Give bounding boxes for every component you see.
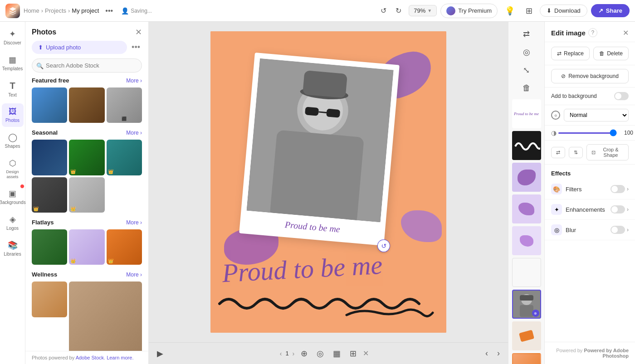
remove-background-button[interactable]: ⊘ Remove background — [551, 69, 629, 83]
effects-header: Effects — [545, 165, 635, 179]
enhancements-toggle[interactable] — [611, 205, 625, 214]
design-canvas[interactable]: Proud to be me ↺ Proud to be me — [210, 31, 446, 333]
photo-thumb[interactable]: 👑 — [107, 140, 142, 175]
share-button[interactable]: ↗ Share — [591, 4, 630, 17]
layer-thumb-white[interactable] — [512, 258, 541, 287]
filters-icon: 🎨 — [551, 184, 562, 194]
breadcrumb-projects[interactable]: Projects — [45, 7, 66, 14]
search-box: 🔍 — [32, 58, 142, 73]
resize-button[interactable]: ⤡ — [519, 62, 533, 79]
blur-toggle[interactable] — [611, 226, 625, 234]
photo-thumb[interactable] — [32, 281, 67, 317]
sidebar-item-text[interactable]: T Text — [2, 77, 24, 102]
grid-icon-button[interactable]: ⊞ — [522, 3, 536, 19]
add-to-bg-toggle[interactable] — [614, 92, 629, 100]
photo-thumb[interactable] — [32, 87, 67, 123]
opacity-slider[interactable] — [558, 132, 617, 134]
layer-thumb-purple3[interactable] — [512, 226, 541, 255]
filters-toggle[interactable] — [611, 185, 625, 193]
layer-thumb-bg[interactable] — [512, 353, 541, 364]
layout-button[interactable]: ▦ — [330, 346, 343, 361]
section-more-seasonal[interactable]: More › — [126, 130, 142, 136]
undo-button[interactable]: ↺ — [377, 4, 390, 18]
sidebar-item-photos[interactable]: 🖼 Photos — [2, 103, 24, 127]
photo-thumb[interactable]: 👑 — [69, 177, 104, 213]
prev-layer-button[interactable]: ‹ — [483, 346, 491, 361]
search-input[interactable] — [32, 58, 142, 73]
crop-shape-button[interactable]: ⊡ Crop & Shape — [586, 144, 629, 160]
breadcrumb-current[interactable]: My project — [72, 7, 99, 14]
panel-options-button[interactable]: ••• — [130, 41, 142, 54]
photo-thumb[interactable]: 👑 — [69, 140, 104, 175]
upload-photo-button[interactable]: ⬆ Upload photo — [32, 41, 127, 54]
redo-button[interactable]: ↻ — [392, 4, 405, 18]
blend-mode-select[interactable]: Normal Multiply Screen Overlay — [564, 109, 629, 121]
photo-thumb[interactable]: 👑 — [107, 229, 142, 265]
svg-rect-13 — [520, 295, 533, 301]
delete-button[interactable]: 🗑 Delete — [593, 47, 629, 60]
app-logo[interactable] — [5, 4, 20, 18]
bottom-bar-left: ▶ — [154, 346, 166, 361]
flip-vertical-btn[interactable]: ⇅ — [569, 147, 583, 158]
sidebar-item-logos[interactable]: ◈ Logos — [2, 211, 24, 235]
zoom-value: 79% — [414, 7, 425, 14]
photo-thumb[interactable]: 👑 — [69, 229, 104, 265]
photo-thumb[interactable] — [32, 229, 67, 265]
sidebar-item-backgrounds[interactable]: ▣ Backgrounds — [2, 185, 24, 209]
sidebar-item-discover[interactable]: ✦ Discover — [2, 25, 24, 49]
photo-thumb[interactable]: ⬛ — [107, 87, 142, 123]
panel-close-button[interactable]: ✕ — [135, 27, 142, 37]
download-button[interactable]: ⬇ Download — [540, 5, 587, 17]
panel-actions: ⬆ Upload photo ••• — [25, 41, 148, 58]
photo-thumb[interactable] — [69, 87, 104, 123]
breadcrumb-more-button[interactable]: ••• — [103, 5, 116, 17]
layer-thumb-person[interactable]: ⊕ — [512, 290, 541, 319]
layer-thumb-orange[interactable] — [512, 321, 541, 350]
canvas-content[interactable]: Proud to be me ↺ Proud to be me — [149, 22, 508, 342]
add-to-bg-label: Add to background — [551, 93, 597, 99]
add-page-button[interactable]: ⊕ — [298, 346, 310, 361]
panel-close-bottom[interactable]: ✕ — [363, 349, 369, 358]
try-premium-button[interactable]: Try Premium — [440, 4, 498, 18]
sidebar-item-design-assets[interactable]: ⬡ Design assets — [2, 155, 24, 183]
section-more-wellness[interactable]: More › — [126, 272, 142, 278]
polaroid-element[interactable]: Proud to be me ↺ — [239, 53, 400, 246]
lightbulb-icon-button[interactable]: 💡 — [501, 3, 518, 19]
layer-thumb-purple1[interactable] — [512, 163, 541, 192]
photo-thumb[interactable] — [32, 140, 67, 175]
play-button[interactable]: ▶ — [154, 346, 166, 361]
layer-thumb-purple2[interactable] — [512, 194, 541, 223]
svg-rect-2 — [269, 130, 364, 222]
edit-panel-close-button[interactable]: ✕ — [623, 29, 629, 37]
page-next-button[interactable]: › — [293, 350, 295, 357]
scribble-overlay — [210, 290, 446, 324]
section-more-flatlays[interactable]: More › — [126, 219, 142, 226]
grid-view-button[interactable]: ⊞ — [347, 346, 359, 361]
section-more-featured[interactable]: More › — [126, 78, 142, 84]
photo-thumb[interactable] — [69, 281, 142, 351]
layer-thumb-text[interactable]: Proud to be me — [512, 99, 541, 128]
focus-button[interactable]: ◎ — [519, 44, 534, 61]
next-layer-button[interactable]: › — [494, 346, 503, 361]
blend-icon: ○ — [551, 111, 560, 120]
blur-expand-icon[interactable]: › — [627, 227, 629, 233]
filters-expand-icon[interactable]: › — [627, 186, 629, 192]
adobe-stock-link[interactable]: Adobe Stock — [76, 355, 104, 360]
page-prev-button[interactable]: ‹ — [280, 350, 282, 357]
delete-layer-button[interactable]: 🗑 — [519, 80, 534, 97]
animation-button[interactable]: ◎ — [314, 346, 327, 361]
replace-button[interactable]: ⇄ Replace — [551, 47, 590, 60]
photo-thumb[interactable]: 👑 — [32, 177, 67, 213]
layer-thumb-scribble[interactable] — [512, 131, 541, 160]
discover-icon: ✦ — [9, 29, 16, 39]
sidebar-item-templates[interactable]: ▦ Templates — [2, 51, 24, 75]
flip-horizontal-btn[interactable]: ⇄ — [551, 147, 565, 158]
help-button[interactable]: ? — [588, 28, 597, 37]
sidebar-item-shapes[interactable]: ◯ Shapes — [2, 129, 24, 153]
breadcrumb-home[interactable]: Home — [24, 7, 39, 14]
flip-horizontal-button[interactable]: ⇄ — [519, 25, 533, 43]
zoom-button[interactable]: 79% ▼ — [409, 5, 437, 16]
learn-more-link[interactable]: Learn more. — [107, 355, 133, 360]
enhancements-expand-icon[interactable]: › — [627, 206, 629, 213]
sidebar-item-libraries[interactable]: 📚 Libraries — [2, 237, 24, 261]
